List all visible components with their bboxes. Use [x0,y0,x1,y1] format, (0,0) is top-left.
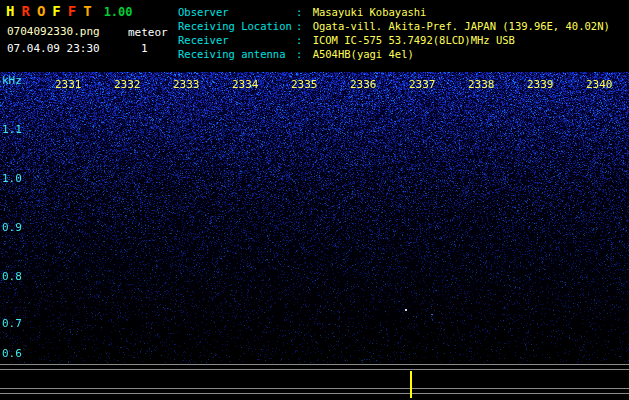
station-info-row: Receiver: ICOM IC-575 53.7492(8LCD)MHz U… [178,33,610,47]
info-value: Masayuki Kobayashi [313,6,427,18]
mode-label: meteor [128,26,168,39]
info-value: A504HB(yagi 4el) [313,48,414,60]
time-axis-label: 2332 [114,78,141,91]
freq-axis-label: 0.9 [2,221,22,234]
time-axis-label: 2331 [55,78,82,91]
app-title: HROFFT1.00 [6,3,133,19]
timestamp-label: 07.04.09 23:30 [7,42,100,55]
time-axis-label: 2335 [291,78,318,91]
info-colon: : [296,48,313,60]
info-colon: : [296,34,313,46]
station-info-row: Observer: Masayuki Kobayashi [178,5,610,19]
time-axis-label: 2333 [173,78,200,91]
info-label: Receiving antenna [178,47,296,61]
freq-axis-label: 0.7 [2,317,22,330]
title-letter: F [68,3,76,19]
station-info-row: Receiving antenna: A504HB(yagi 4el) [178,47,610,61]
station-info: Observer: Masayuki KobayashiReceiving Lo… [178,5,610,61]
meteor-count: 1 [141,42,148,55]
info-colon: : [296,20,313,32]
app-version-label: 1.00 [104,5,133,19]
time-axis-label: 2337 [409,78,436,91]
output-filename: 0704092330.png [7,25,100,38]
power-strip-line [0,369,629,370]
info-colon: : [296,6,313,18]
freq-axis-label: 0.8 [2,270,22,283]
time-axis-label: 2340 [586,78,613,91]
title-letter: F [52,3,60,19]
hrofft-window: HROFFT1.00 0704092330.png meteor 07.04.0… [0,0,629,400]
power-strip-line [0,388,629,389]
freq-axis-label: kHz [2,74,22,87]
title-letter: T [83,3,91,19]
info-label: Receiver [178,33,296,47]
info-value: ICOM IC-575 53.7492(8LCD)MHz USB [313,34,515,46]
time-axis-label: 2336 [350,78,377,91]
power-spike [410,371,412,398]
station-info-row: Receiving Location: Ogata-vill. Akita-Pr… [178,19,610,33]
title-letter: H [6,3,14,19]
time-axis-label: 2338 [468,78,495,91]
freq-axis-label: 0.6 [2,347,22,360]
app-title-letters: HROFFT [6,3,99,19]
freq-axis-label: 1.1 [2,123,22,136]
power-strip-line [0,393,629,394]
power-strip-line [0,364,629,365]
time-axis-label: 2339 [527,78,554,91]
info-label: Receiving Location [178,19,296,33]
info-value: Ogata-vill. Akita-Pref. JAPAN (139.96E, … [313,20,610,32]
title-letter: R [21,3,29,19]
info-label: Observer [178,5,296,19]
time-axis-label: 2334 [232,78,259,91]
freq-axis-label: 1.0 [2,172,22,185]
spectrogram-canvas [0,72,629,363]
title-letter: O [37,3,45,19]
